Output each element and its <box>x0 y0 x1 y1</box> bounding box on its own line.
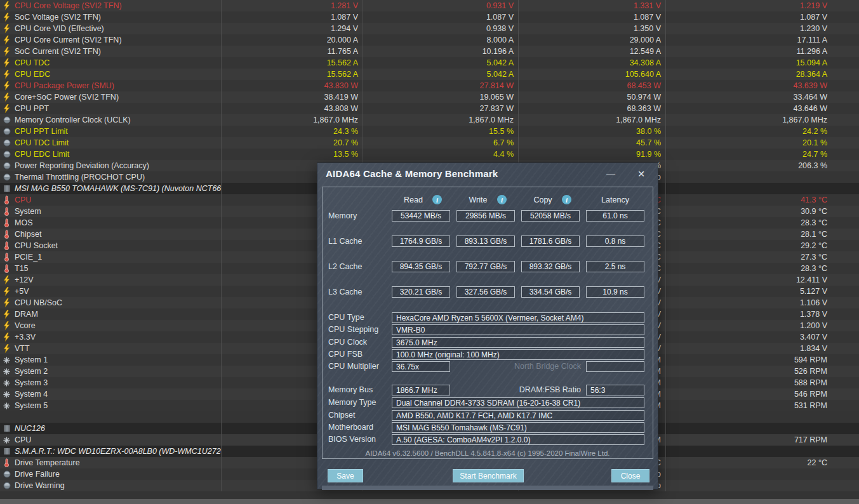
sensor-value-c1: 11.765 A <box>221 47 363 56</box>
save-button[interactable]: Save <box>328 469 363 482</box>
thermometer-icon <box>4 230 10 239</box>
mem-info-label: Memory Type <box>328 398 376 407</box>
sensor-value-c3: 105.640 A <box>518 70 665 79</box>
sensor-row[interactable]: Memory Controller Clock (UCLK)1,867.0 MH… <box>0 114 859 126</box>
sensor-value-c2: 8.000 A <box>363 36 518 44</box>
lightning-icon <box>3 70 10 79</box>
sensor-label: CPU TDC <box>0 58 221 67</box>
bench-value-box: 52058 MB/s <box>521 210 580 222</box>
clock-icon <box>3 116 11 124</box>
sensor-row[interactable]: CPU EDC15.562 A5.042 A105.640 A28.364 A <box>0 69 859 80</box>
mem-info-label: BIOS Version <box>328 435 376 444</box>
sensor-value-c4: 28.3 °C <box>665 264 832 273</box>
sensor-row[interactable]: CPU PPT43.808 W27.837 W68.363 W43.646 W <box>0 103 859 114</box>
clock-icon <box>3 116 11 124</box>
lightning-icon <box>3 104 10 113</box>
info-icon[interactable]: i <box>497 195 507 204</box>
bench-value-box: 10.9 ns <box>586 286 644 298</box>
fan-icon <box>3 437 10 444</box>
clock-icon <box>3 162 11 169</box>
start-benchmark-button[interactable]: Start Benchmark <box>453 469 524 482</box>
clock-icon <box>3 470 11 479</box>
sensor-label: CPU Core VID (Effective) <box>0 24 221 33</box>
sensor-value-c2: 6.7 % <box>363 138 518 147</box>
sensor-label: CPU Socket <box>0 241 221 250</box>
sensor-value-c1: 1.294 V <box>221 24 363 33</box>
bench-row-label: L1 Cache <box>328 237 363 246</box>
sensor-value-c4: 1.200 V <box>665 321 832 330</box>
column-divider <box>221 0 222 491</box>
sensor-label: CPU Package Power (SMU) <box>0 81 221 90</box>
bench-value-box: 61.0 ns <box>586 210 644 222</box>
window-bottom-gap <box>0 491 859 499</box>
clock-icon <box>3 150 11 158</box>
bench-row-label: L2 Cache <box>328 262 363 271</box>
sensor-value-c4: 12.411 V <box>665 275 832 284</box>
progress-bar <box>322 486 653 490</box>
sensor-label: System 1 <box>0 355 221 364</box>
sensor-label: System 4 <box>0 390 221 399</box>
sensor-value-c2: 27.814 W <box>363 81 518 90</box>
bench-col-header: Latency <box>601 196 629 204</box>
chip-icon <box>3 184 11 193</box>
sensor-row[interactable]: CPU Core Current (SVI2 TFN)20.000 A8.000… <box>0 34 859 46</box>
window-bottom-bar <box>0 499 859 504</box>
bench-value-box: 0.8 ns <box>586 235 644 247</box>
sensor-row[interactable]: CPU PPT Limit24.3 %15.5 %38.0 %24.2 % <box>0 126 859 137</box>
sensor-row[interactable]: CPU Package Power (SMU)43.830 W27.814 W6… <box>0 80 859 91</box>
info-icon[interactable]: i <box>562 195 571 204</box>
dialog-footer-version: AIDA64 v6.32.5600 / BenchDLL 4.5.841.8-x… <box>322 449 653 457</box>
sensor-label: CPU PPT <box>0 104 221 113</box>
close-icon[interactable]: ✕ <box>631 166 651 181</box>
sensor-label: CPU EDC Limit <box>0 150 221 159</box>
mem-info-value: Dual Channel DDR4-3733 SDRAM (16-20-16-3… <box>392 397 644 408</box>
sensor-row[interactable]: CPU TDC15.562 A5.042 A34.308 A15.094 A <box>0 57 859 69</box>
sensor-label: PCIE_1 <box>0 253 221 262</box>
bolt-icon <box>3 93 11 102</box>
sensor-label: CPU TDC Limit <box>0 138 221 147</box>
clock-icon <box>3 138 11 147</box>
sensor-label: Drive Warning <box>0 481 221 490</box>
sensor-row[interactable]: CPU TDC Limit20.7 %6.7 %45.7 %20.1 % <box>0 137 859 149</box>
sensor-value-c1: 20.7 % <box>221 138 363 147</box>
sensor-value-c2: 0.931 V <box>363 1 518 10</box>
sensor-value-c4: 43.639 W <box>665 81 832 90</box>
minimize-button[interactable]: — <box>601 166 621 181</box>
bolt-icon <box>3 298 11 307</box>
sensor-label: T15 <box>0 264 221 273</box>
bench-value-box: 334.54 GB/s <box>521 286 580 298</box>
memory-bus-value: 1866.7 MHz <box>392 385 450 395</box>
sensor-value-c4: 1.834 V <box>665 344 832 353</box>
sensor-value-c3: 1,867.0 MHz <box>518 116 665 124</box>
sensor-label: CPU EDC <box>0 70 221 79</box>
bench-row-label: Memory <box>328 211 357 220</box>
sensor-value-c4: 22 °C <box>665 458 832 467</box>
sensor-row[interactable]: CPU Core Voltage (SVI2 TFN)1.281 V0.931 … <box>0 0 859 11</box>
sensor-value-c1: 13.5 % <box>221 150 363 159</box>
fan-icon <box>3 435 11 444</box>
lightning-icon <box>3 13 10 22</box>
sensor-label: MSI MAG B550 TOMAHAWK (MS-7C91) (Nuvoton… <box>0 184 221 193</box>
sensor-value-c3: 38.0 % <box>518 127 665 136</box>
chip-icon <box>3 447 11 456</box>
cpu-info-value: 3675.0 MHz <box>392 337 644 348</box>
clock-icon <box>3 128 11 135</box>
sensor-label: Vcore <box>0 321 221 330</box>
lightning-icon <box>3 310 10 319</box>
sensor-row[interactable]: SoC Voltage (SVI2 TFN)1.087 V1.087 V1.08… <box>0 11 859 23</box>
sensor-value-c4: 588 RPM <box>665 378 832 387</box>
sensor-row[interactable]: Core+SoC Power (SVI2 TFN)38.419 W19.065 … <box>0 91 859 103</box>
sensor-value-c4: 28.1 °C <box>665 230 832 239</box>
info-icon[interactable]: i <box>432 195 442 204</box>
sensor-row[interactable]: CPU Core VID (Effective)1.294 V0.938 V1.… <box>0 23 859 34</box>
close-button[interactable]: Close <box>611 469 649 482</box>
sensor-label: +12V <box>0 275 221 284</box>
fan-icon <box>3 380 10 387</box>
sensor-value-c4: 546 RPM <box>665 390 832 399</box>
sensor-value-c2: 1.087 V <box>363 13 518 22</box>
bolt-icon <box>3 70 11 79</box>
bolt-icon <box>3 58 11 67</box>
bench-value-box: 2.5 ns <box>586 261 644 272</box>
sensor-row[interactable]: CPU EDC Limit13.5 %4.4 %91.9 %24.7 % <box>0 149 859 160</box>
sensor-row[interactable]: SoC Current (SVI2 TFN)11.765 A10.196 A12… <box>0 46 859 57</box>
